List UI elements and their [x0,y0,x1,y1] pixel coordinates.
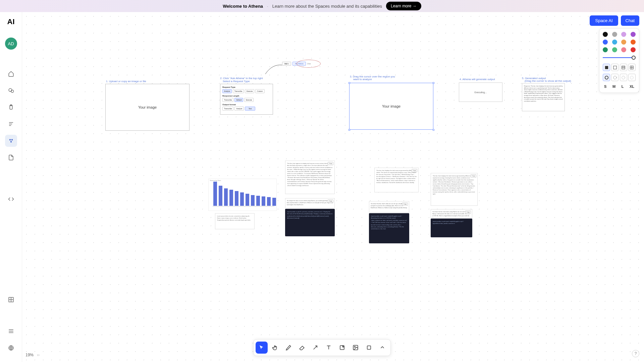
color-lilac[interactable] [621,32,626,37]
color-black[interactable] [603,32,608,37]
spaces-icon[interactable] [5,135,17,147]
chat-button[interactable]: Chat [621,15,639,26]
user-avatar[interactable]: AD [5,38,17,50]
svg-point-36 [630,76,633,79]
svg-rect-41 [367,346,371,350]
color-mint[interactable] [612,47,617,52]
style-panel: S M L XL [599,28,639,93]
annotation-arrow [264,62,284,76]
zoom-expand-icon[interactable]: ›› [37,353,40,357]
output-format-heading: Output format [222,104,271,106]
step1-image-placeholder: Your image [105,84,190,131]
canvas[interactable]: Add + Ask Athena Chat 1. Upload or copy … [22,12,644,362]
banner-desc: Learn more about the Spaces module and i… [272,4,382,9]
pen-tool[interactable] [282,342,294,354]
step2-label-a: 2: Click "Ask Athena" in the top right [220,77,263,80]
color-blue[interactable] [603,40,608,45]
size-m[interactable]: M [611,84,617,89]
fill-outline-icon[interactable] [611,64,619,71]
expand-tool[interactable] [376,342,388,354]
svg-point-0 [9,88,12,92]
size-s[interactable]: S [603,84,608,89]
size-row: S M L XL [603,84,636,89]
file-icon[interactable] [5,152,17,164]
stroke-none-icon[interactable] [628,74,636,81]
color-sky[interactable] [612,40,617,45]
analysis-card-1: Copy This bar chart appears to display t… [285,161,335,194]
fill-solid-icon[interactable] [603,64,610,71]
chat-icon[interactable] [5,84,17,97]
globe-icon[interactable] [5,342,17,354]
svg-rect-25 [605,66,608,69]
stroke-solid-icon[interactable] [603,74,610,81]
size-xl[interactable]: XL [628,84,636,89]
eraser-tool[interactable] [296,342,308,354]
color-orange[interactable] [631,40,636,45]
analysis-card-2: Copy This bar chart displays the total r… [374,168,419,192]
svg-point-8 [11,139,13,141]
welcome-banner: Welcome to Athena · Learn more about the… [0,0,644,12]
zoom-indicator[interactable]: 19% ›› [25,353,40,357]
request-panel: Request Type AnalyzeTranscribeExecuteCus… [220,84,273,115]
code-card-3: import pandas as pd import matplotlib.py… [431,219,472,237]
clipboard-icon[interactable] [5,101,17,113]
step5-label-b: (Drag the corner to show all the output) [525,79,571,82]
learn-more-button[interactable]: Learn more → [386,2,421,10]
stroke-dotted-icon[interactable] [620,74,627,81]
color-amber[interactable] [621,40,626,45]
svg-point-33 [605,76,608,79]
banner-title: Welcome to Athena [223,4,263,9]
menu-icon[interactable] [5,325,17,337]
left-rail: AI AD [0,12,22,362]
copy-button: Copy [328,162,333,165]
step1-label: 1. Upload or copy an image or file [106,80,146,83]
code-intro-1: Copy To analyze the data in more detail … [285,198,335,208]
response-length-heading: Response Length [222,95,271,97]
svg-point-7 [9,139,11,141]
hand-tool[interactable] [269,342,281,354]
grid-icon[interactable] [5,294,17,306]
step2-label-b: Select a Request Type [223,80,250,83]
code-icon[interactable] [5,193,17,205]
home-icon[interactable] [5,68,17,80]
svg-rect-26 [613,66,616,69]
svg-rect-27 [622,66,625,69]
top-right-actions: Space AI Chat [590,15,639,26]
svg-point-9 [10,141,12,143]
color-row-1 [603,32,636,37]
copy-button: Copy [328,199,333,203]
arrow-tool[interactable] [309,342,321,354]
chart-bars [213,182,276,206]
svg-point-40 [354,346,355,347]
color-pink[interactable] [621,47,626,52]
space-ai-button[interactable]: Space AI [590,15,618,26]
color-purple[interactable] [631,32,636,37]
color-green[interactable] [603,47,608,52]
help-button[interactable]: ? [632,350,639,357]
image-tool[interactable] [350,342,362,354]
color-gray[interactable] [612,32,617,37]
stroke-slider[interactable] [603,55,636,60]
color-row-2 [603,40,636,45]
list-icon[interactable] [5,118,17,130]
sample-text-card: Lorem ipsum dolor sit amet, consectetur … [215,213,255,229]
color-row-3 [603,47,636,52]
select-tool[interactable] [256,342,268,354]
bottom-toolbar [253,339,391,356]
shape-tool[interactable] [363,342,375,354]
chart-title: Revenue by Client [210,180,221,181]
text-tool[interactable] [323,342,335,354]
svg-point-34 [613,76,616,79]
color-red[interactable] [631,47,636,52]
fill-hatch-icon[interactable] [620,64,627,71]
size-l[interactable]: L [620,84,625,89]
copy-button: Copy [402,202,408,206]
svg-point-35 [622,76,625,79]
code-intro-3: Copy To extract the bar chart data using… [431,209,472,218]
fill-grid-icon[interactable] [628,64,636,71]
app-logo: AI [7,17,15,26]
note-tool[interactable] [336,342,348,354]
fill-row [603,64,636,71]
stroke-dashed-icon[interactable] [611,74,619,81]
executing-box: Executing... [459,82,502,102]
